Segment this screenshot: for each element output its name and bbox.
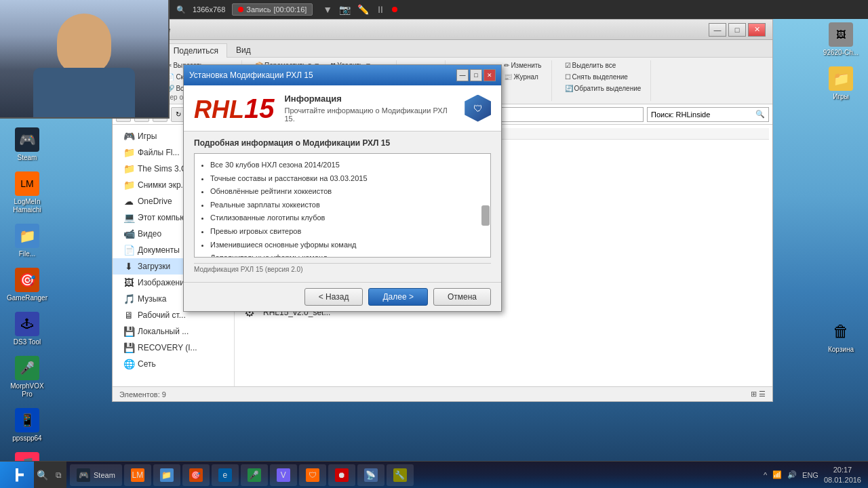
- desktop-icon-morphvox[interactable]: 🎤 MorphVOX Pro: [3, 354, 51, 401]
- dialog-footer: < Назад Далее > Отмена: [184, 282, 501, 311]
- desktop-icon-steam[interactable]: 🎮 Steam: [3, 125, 51, 164]
- desktop-icon-files[interactable]: 📁 File...: [3, 222, 51, 260]
- next-button[interactable]: Далее >: [368, 288, 428, 306]
- desktop-sidebar-icon: 🖥: [123, 310, 134, 321]
- taskbar-item-unknown1[interactable]: 📡: [357, 464, 384, 486]
- deselect-button[interactable]: ☐ Снять выделение: [561, 72, 646, 82]
- avast-taskbar-icon: 🛡: [306, 468, 319, 482]
- desktop-icon-label-logmein: LogMeIn Hamaichi: [5, 198, 49, 214]
- invert-label: Обратить выделение: [574, 85, 642, 92]
- close-button[interactable]: ✕: [748, 23, 766, 37]
- taskbar-item-unknown2[interactable]: 🔧: [387, 464, 414, 486]
- games-icon: 🎮: [123, 131, 134, 142]
- tab-view[interactable]: Вид: [227, 43, 260, 57]
- dialog-maximize[interactable]: □: [470, 69, 482, 81]
- ribbon-tabs: Главная Поделиться Вид: [113, 40, 772, 58]
- person-head: [57, 14, 111, 75]
- system-clock[interactable]: 20:17 08.01.2016: [824, 465, 861, 485]
- network-tray-icon[interactable]: 📶: [772, 470, 782, 479]
- files-sidebar-icon: 📁: [123, 147, 134, 158]
- record-indicator: [238, 7, 243, 12]
- desktop-icon-games[interactable]: 📁 Игры: [817, 64, 865, 103]
- tab-share[interactable]: Поделиться: [165, 43, 227, 58]
- scrollbar-thumb[interactable]: [481, 205, 490, 226]
- desktop-icon-gameranger[interactable]: 🎯 GameRanger: [3, 266, 51, 304]
- ie-taskbar-icon: e: [218, 468, 232, 482]
- start-button[interactable]: [0, 462, 34, 489]
- history-button[interactable]: 📰 Журнал: [500, 72, 545, 82]
- feature-3: Обновлённые рейтинги хоккеистов: [210, 186, 485, 198]
- search-icon: 🔍: [755, 110, 765, 119]
- desktop-icon-thumbnail[interactable]: 🖼 92620-Ch...: [817, 20, 865, 59]
- taskbar-item-ie[interactable]: e: [212, 464, 239, 486]
- explorer-taskbar-icon: 📁: [160, 468, 174, 482]
- video-icon: 📹: [123, 228, 134, 239]
- grid-view-icon[interactable]: ⊞: [751, 390, 757, 399]
- games-folder-icon: 📁: [829, 66, 853, 91]
- music-icon: 🎵: [123, 293, 134, 304]
- dialog-titlebar: Установка Модификации РХЛ 15 — □ ✕: [184, 65, 501, 85]
- rhl-text: RHL: [194, 96, 244, 123]
- onedrive-icon: ☁: [123, 196, 134, 207]
- desktop-icon-label-steam: Steam: [18, 154, 37, 162]
- open-secondary: ✏ Изменить 📰 Журнал: [500, 60, 545, 82]
- dialog-minimize[interactable]: —: [456, 69, 469, 81]
- sidebar-item-video-label: Видео: [138, 229, 161, 239]
- shield-emblem: 🛡: [473, 103, 483, 114]
- desktop-icon-recycle[interactable]: 🗑 Корзина: [817, 317, 865, 356]
- feature-2: Точные составы и расстановки на 03.03.20…: [210, 173, 485, 185]
- select-all-button[interactable]: ☑ Выделить все: [561, 60, 646, 70]
- maximize-button[interactable]: □: [728, 23, 746, 37]
- back-button[interactable]: < Назад: [304, 288, 363, 306]
- windows-logo-icon: [10, 468, 24, 482]
- feature-6: Превью игровых свитеров: [210, 226, 485, 238]
- list-view-icon[interactable]: ☰: [759, 390, 766, 399]
- record-label: Запись: [246, 5, 271, 14]
- minimize-button[interactable]: —: [709, 23, 726, 37]
- volume-tray-icon[interactable]: 🔊: [787, 470, 797, 479]
- unknown1-taskbar-icon: 📡: [364, 468, 378, 482]
- version-label: Модификация РХЛ 15 (версия 2.0): [194, 266, 302, 273]
- dropdown-arrow[interactable]: ▼: [323, 4, 332, 15]
- taskbar-item-logmein[interactable]: LM: [124, 464, 151, 486]
- pause-icon[interactable]: ⏸: [376, 4, 385, 15]
- webcam-overlay: [0, 0, 170, 119]
- sidebar-item-local[interactable]: 💾 Локальный ...: [113, 323, 234, 340]
- taskbar-item-rec[interactable]: ⏺: [328, 464, 355, 486]
- taskbar-item-steam[interactable]: 🎮 Steam: [70, 464, 122, 486]
- desktop-icon-ppsspp[interactable]: 📱 ppsspp64: [3, 406, 51, 445]
- taskbar-item-explorer[interactable]: 📁: [153, 464, 180, 486]
- show-hidden-icon[interactable]: ^: [764, 471, 767, 479]
- dialog-header: RHL15 Информация Прочитайте информацию о…: [184, 85, 501, 131]
- items-count: Элементов: 9: [119, 390, 166, 399]
- recovery-icon: 💾: [123, 342, 134, 353]
- cancel-button[interactable]: Отмена: [433, 288, 491, 306]
- camera-icon[interactable]: 📷: [339, 4, 351, 15]
- deselect-label: Снять выделение: [572, 73, 628, 81]
- taskbar-item-avast[interactable]: 🛡: [299, 464, 326, 486]
- record-button[interactable]: Запись [00:00:16]: [232, 3, 313, 16]
- taskbar-item-morphvox[interactable]: 🎤: [241, 464, 268, 486]
- installer-dialog: Установка Модификации РХЛ 15 — □ ✕ RHL15…: [183, 64, 502, 312]
- pen-icon[interactable]: ✏️: [357, 4, 369, 15]
- sidebar-item-network[interactable]: 🌐 Сеть: [113, 356, 234, 372]
- desktop-icon-ds3[interactable]: 🕹 DS3 Tool: [3, 310, 51, 348]
- sidebar-item-recovery[interactable]: 💾 RECOVERY (I...: [113, 340, 234, 356]
- taskbar-item-viber[interactable]: V: [270, 464, 297, 486]
- search-box[interactable]: Поиск: RHLinside 🔍: [647, 107, 769, 122]
- search-taskbar-icon[interactable]: 🔍: [34, 462, 50, 489]
- dialog-close-button[interactable]: ✕: [484, 69, 496, 81]
- taskbar-item-gameranger[interactable]: 🎯: [182, 464, 210, 486]
- dialog-title-text: Установка Модификации РХЛ 15: [189, 70, 313, 80]
- dialog-scrollable[interactable]: Все 30 клубов НХЛ сезона 2014/2015 Точны…: [194, 153, 491, 258]
- desktop-icon-logmein[interactable]: LM LogMeIn Hamaichi: [3, 169, 51, 216]
- stop-indicator: [392, 7, 397, 12]
- webcam-feed: [0, 0, 168, 117]
- morphvox-icon: 🎤: [15, 356, 39, 380]
- network-icon: 🌐: [123, 359, 134, 369]
- task-view-icon[interactable]: ⧉: [50, 462, 66, 489]
- invert-select-button[interactable]: 🔄 Обратить выделение: [561, 83, 646, 94]
- lang-indicator[interactable]: ENG: [802, 471, 818, 479]
- edit-button[interactable]: ✏ Изменить: [500, 60, 545, 70]
- gameranger-icon: 🎯: [15, 268, 39, 292]
